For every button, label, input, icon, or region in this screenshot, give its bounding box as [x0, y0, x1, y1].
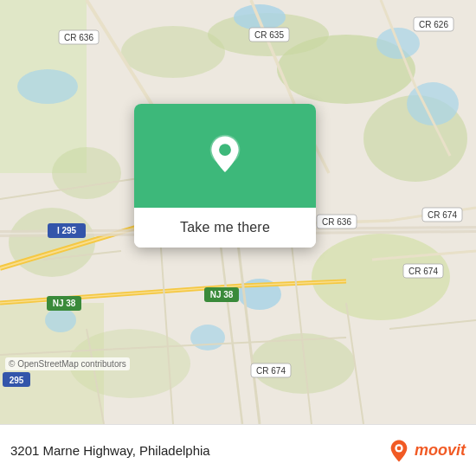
card-green-area: [134, 104, 316, 208]
svg-text:CR 635: CR 635: [254, 30, 284, 40]
svg-text:NJ 38: NJ 38: [210, 290, 234, 299]
pin-icon: [203, 133, 248, 178]
svg-text:CR 674: CR 674: [428, 210, 457, 220]
svg-point-18: [45, 308, 76, 332]
svg-text:CR 674: CR 674: [256, 366, 286, 376]
svg-point-17: [190, 325, 225, 351]
svg-point-15: [17, 69, 78, 104]
svg-text:CR 674: CR 674: [408, 267, 438, 276]
take-me-there-button[interactable]: Take me there: [134, 208, 316, 248]
osm-copyright: © OpenStreetMap contributors: [5, 357, 130, 370]
moovit-logo: moovit: [387, 439, 466, 463]
moovit-pin-icon: [387, 439, 411, 463]
svg-point-71: [219, 144, 231, 156]
svg-text:NJ 38: NJ 38: [53, 299, 76, 308]
svg-text:CR 636: CR 636: [322, 217, 351, 227]
location-card: Take me there: [134, 104, 316, 248]
bottom-bar: 3201 Marne Highway, Philadelphia moovit: [0, 424, 476, 476]
svg-point-5: [52, 147, 121, 199]
moovit-brand-text: moovit: [415, 441, 466, 460]
svg-text:295: 295: [10, 376, 24, 385]
svg-text:CR 626: CR 626: [419, 20, 448, 29]
address-text: 3201 Marne Highway, Philadelphia: [10, 443, 378, 458]
map-container: CR 636 CR 635 CR 626 I 295 CR 636 CR 674…: [0, 0, 476, 424]
svg-point-73: [397, 446, 402, 450]
svg-text:CR 636: CR 636: [64, 33, 93, 42]
svg-text:I 295: I 295: [57, 226, 77, 235]
